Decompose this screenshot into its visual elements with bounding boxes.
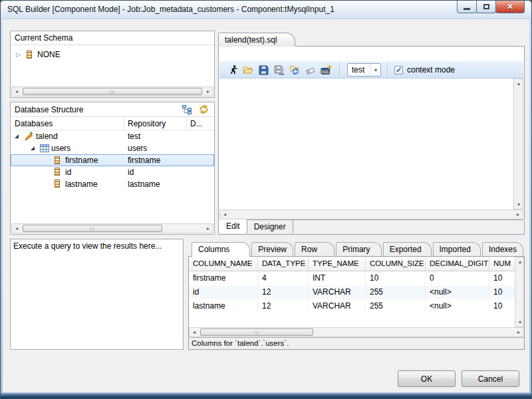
refresh-icon[interactable] <box>199 104 209 114</box>
table-row[interactable]: firstname 4 INT 10 0 10 <box>189 271 515 285</box>
scroll-right-icon[interactable]: ▸ <box>514 328 523 336</box>
scroll-left-icon[interactable]: ◂ <box>190 328 199 336</box>
editor-vscrollbar[interactable]: ▴ ▾ <box>513 78 523 209</box>
schema-tree-item-none[interactable]: ▷ NONE <box>11 49 214 61</box>
context-mode-checkbox[interactable] <box>394 65 403 74</box>
metadata-tabs: Columns Preview Row Count Primary Keys E… <box>188 241 525 257</box>
save-as-icon <box>274 65 284 75</box>
close-icon: ✕ <box>507 2 513 11</box>
scrollbar-thumb[interactable]: ||| <box>23 225 162 232</box>
minimize-icon <box>464 8 470 10</box>
tree-label: firstname <box>65 155 98 166</box>
col-header-databases[interactable]: Databases <box>15 117 53 130</box>
results-placeholder: Execute a query to view the results here… <box>13 241 162 251</box>
cancel-button[interactable]: Cancel <box>462 370 519 387</box>
cell: lastname <box>189 299 258 313</box>
scroll-right-icon[interactable]: ▸ <box>203 224 213 233</box>
grid-col-header[interactable]: NUM <box>489 257 515 271</box>
current-schema-hscrollbar[interactable]: ◂ ▸ ||| <box>11 86 213 96</box>
save-as-button[interactable] <box>272 63 285 76</box>
ok-button[interactable]: OK <box>398 370 456 387</box>
minimize-button[interactable] <box>457 1 477 13</box>
tab-row-count[interactable]: Row Count <box>295 242 334 257</box>
tree-repository-value: users <box>128 142 147 154</box>
sql-text-area[interactable] <box>219 78 513 209</box>
scroll-left-icon[interactable]: ◂ <box>12 224 21 233</box>
scrollbar-thumb[interactable]: ||| <box>200 329 313 336</box>
table-vscrollbar[interactable]: ▴ ▾ <box>515 257 524 327</box>
cell: 10 <box>489 285 515 299</box>
open-button[interactable] <box>241 63 255 76</box>
maximize-button[interactable] <box>476 1 496 13</box>
scroll-right-icon[interactable]: ▸ <box>203 87 213 96</box>
expand-open-icon[interactable] <box>31 146 35 150</box>
grid-col-header[interactable]: COLUMN_NAME <box>189 257 258 271</box>
grid-col-header[interactable]: TYPE_NAME <box>309 257 366 271</box>
expand-collapsed-icon[interactable]: ▷ <box>16 49 21 61</box>
tab-indexes[interactable]: Indexes <box>482 242 523 257</box>
structure-hscrollbar[interactable]: ◂ ▸ ||| <box>11 223 213 233</box>
clear-button[interactable] <box>304 63 317 76</box>
tree-repository-value: test <box>128 130 140 142</box>
scroll-right-icon[interactable]: ▸ <box>513 210 523 219</box>
connection-combo[interactable]: test ▼ <box>347 63 381 76</box>
table-row[interactable]: id 12 VARCHAR 255 <null> 10 <box>189 285 515 299</box>
collapse-tree-icon[interactable] <box>182 105 192 114</box>
editor-mode-tabs: Edit Designer <box>219 219 523 233</box>
table-hscrollbar[interactable]: ◂ ▸ ||| <box>189 327 524 337</box>
scroll-left-icon[interactable]: ◂ <box>220 210 229 219</box>
tree-label: lastname <box>65 178 98 190</box>
grid-col-header[interactable]: COLUMN_SIZE <box>366 257 426 271</box>
scroll-left-icon[interactable]: ◂ <box>12 87 21 96</box>
tab-primary-keys[interactable]: Primary Keys <box>336 242 381 257</box>
new-sql-editor-button[interactable]: SQL <box>319 63 332 76</box>
cell: firstname <box>189 271 258 285</box>
cell: 0 <box>426 271 489 285</box>
cell: 12 <box>258 285 309 299</box>
table-row[interactable]: lastname 12 VARCHAR 255 <null> 10 <box>189 299 515 313</box>
tab-imported-keys[interactable]: Imported Keys <box>433 242 481 257</box>
titlebar[interactable]: SQL Builder [Component Mode] - Job:Job_m… <box>1 1 531 19</box>
grid-col-header[interactable]: DECIMAL_DIGITS <box>426 257 489 271</box>
column-divider[interactable] <box>186 117 187 130</box>
grid-col-header[interactable]: DATA_TYPE <box>258 257 309 271</box>
maximize-icon <box>483 4 489 9</box>
tree-row-users[interactable]: users users <box>11 142 214 154</box>
tab-designer[interactable]: Designer <box>247 220 293 233</box>
execute-query-button[interactable] <box>226 63 239 76</box>
svg-text:SQL: SQL <box>321 70 330 74</box>
col-header-d[interactable]: D... <box>190 117 203 130</box>
window-title: SQL Builder [Component Mode] - Job:Job_m… <box>7 1 334 19</box>
scroll-down-icon[interactable]: ▾ <box>514 200 523 209</box>
tree-row-lastname[interactable]: lastname lastname <box>11 178 214 190</box>
tree-row-talend[interactable]: talend test <box>11 130 214 142</box>
close-button[interactable]: ✕ <box>495 1 525 13</box>
sql-file-tab-label: talend(test).sql <box>225 35 277 45</box>
editor-hscrollbar[interactable]: ◂ ▸ <box>219 209 523 219</box>
save-button[interactable] <box>257 63 270 76</box>
scroll-down-icon[interactable]: ▾ <box>515 318 525 327</box>
table-icon <box>40 144 49 152</box>
scroll-up-icon[interactable]: ▴ <box>515 257 525 266</box>
refresh-editor-button[interactable] <box>289 63 302 76</box>
tab-columns[interactable]: Columns <box>192 242 250 257</box>
cell: <null> <box>426 299 489 313</box>
column-divider[interactable] <box>124 117 124 130</box>
window-border-bottom <box>1 392 531 398</box>
tab-exported-keys[interactable]: Exported Keys <box>383 242 432 257</box>
tree-row-id[interactable]: id id <box>11 166 214 178</box>
expand-open-icon[interactable] <box>15 134 19 138</box>
sql-file-tab[interactable]: talend(test).sql <box>218 33 295 47</box>
database-connection-icon <box>24 132 33 141</box>
scroll-up-icon[interactable]: ▴ <box>514 79 523 88</box>
tree-row-firstname[interactable]: firstname firstname <box>11 154 214 166</box>
tab-edit[interactable]: Edit <box>219 219 247 233</box>
col-header-repository[interactable]: Repository <box>128 117 166 130</box>
save-icon <box>259 65 269 75</box>
database-structure-title: Database Structure <box>15 105 83 114</box>
sql-editor-body: SQL test ▼ context mode ▴ ▾ ◂ ▸ <box>218 46 525 235</box>
scrollbar-thumb[interactable]: ||| <box>23 88 202 95</box>
chevron-down-icon[interactable]: ▼ <box>370 64 380 76</box>
tab-preview[interactable]: Preview <box>251 242 293 257</box>
sql-toolbar: SQL test ▼ context mode <box>219 61 523 78</box>
